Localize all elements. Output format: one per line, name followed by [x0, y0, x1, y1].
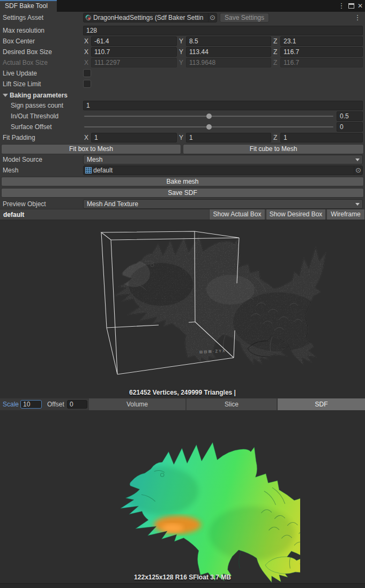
object-picker-icon[interactable]: ⊙	[208, 13, 217, 22]
bake-mesh-button[interactable]: Bake mesh	[1, 177, 364, 186]
box-center-row: Box Center X Y Z	[0, 36, 365, 46]
z-drag-label[interactable]: Z	[273, 36, 277, 46]
baking-parameters-foldout[interactable]: Baking parameters	[0, 91, 365, 100]
desired-box-size-z-input[interactable]	[280, 47, 363, 57]
box-size-gizmo-labels: ⊟ ⊟ ⊞ · Z Y X	[199, 348, 226, 355]
fit-padding-z-input[interactable]	[280, 133, 363, 142]
mesh-object-field[interactable]: default ⊙	[83, 165, 363, 175]
actual-box-size-z-value	[280, 58, 363, 67]
y-drag-label[interactable]: Y	[179, 133, 183, 142]
model-source-dropdown[interactable]: Mesh	[83, 155, 363, 164]
in-out-threshold-label: In/Out Threshold	[11, 111, 58, 121]
lift-size-limit-checkbox[interactable]	[83, 80, 91, 88]
surface-offset-slider[interactable]	[84, 126, 333, 127]
in-out-threshold-input[interactable]	[337, 111, 363, 121]
title-bar: SDF Bake Tool ⋮ ✕	[0, 0, 365, 12]
desired-box-size-label: Desired Box Size	[3, 47, 52, 57]
show-actual-box-button[interactable]: Show Actual Box	[209, 209, 265, 220]
in-out-threshold-row: In/Out Threshold	[0, 111, 365, 121]
surface-offset-input[interactable]	[337, 122, 363, 132]
viewer-tab-slice[interactable]: Slice	[187, 398, 277, 410]
fit-buttons-row: Fit box to Mesh Fit cube to Mesh	[0, 144, 365, 154]
live-update-checkbox[interactable]	[83, 69, 91, 77]
x-drag-label[interactable]: X	[84, 133, 88, 142]
pane-menu-icon[interactable]: ⋮	[354, 12, 361, 24]
slider-thumb[interactable]	[206, 114, 212, 119]
save-sdf-button[interactable]: Save SDF	[1, 188, 364, 198]
surface-offset-row: Surface Offset	[0, 122, 365, 132]
fit-padding-y-input[interactable]	[186, 133, 271, 142]
z-drag-label[interactable]: Z	[273, 47, 277, 57]
preview-toolbar: default Show Actual Box Show Desired Box…	[0, 209, 365, 220]
save-settings-button[interactable]: Save Settings	[220, 13, 269, 22]
chevron-down-icon	[355, 159, 360, 161]
lift-size-limit-label: Lift Size Limit	[3, 79, 41, 89]
foldout-arrow-icon	[3, 94, 8, 97]
viewer-tab-sdf[interactable]: SDF	[278, 398, 365, 410]
y-drag-label[interactable]: Y	[179, 47, 183, 57]
scale-input[interactable]	[20, 400, 42, 409]
fit-padding-x-input[interactable]	[91, 133, 177, 142]
desired-box-size-y-input[interactable]	[186, 47, 271, 57]
preview-object-dropdown[interactable]: Mesh And Texture	[83, 199, 363, 209]
show-desired-box-button[interactable]: Show Desired Box	[266, 209, 326, 220]
settings-asset-field[interactable]: DragonHeadSettings (Sdf Baker Settin ⊙	[83, 13, 217, 22]
x-drag-label[interactable]: X	[84, 36, 88, 46]
mesh-row: Mesh default ⊙	[0, 165, 365, 175]
actual-box-size-x-value	[91, 58, 177, 67]
fit-padding-label: Fit Padding	[3, 133, 35, 142]
y-drag-label[interactable]: Y	[179, 36, 183, 46]
object-picker-icon[interactable]: ⊙	[354, 166, 362, 175]
desired-box-size-row: Desired Box Size X Y Z	[0, 47, 365, 57]
sdf-dragon	[121, 442, 350, 583]
sdf-info-text: 122x125x128 R16 SFloat 3.7 MB	[0, 574, 365, 581]
mesh-stats-text: 621452 Vertices, 249999 Triangles |	[0, 389, 365, 396]
max-resolution-label: Max resolution	[3, 26, 44, 35]
box-center-x-input[interactable]	[91, 36, 177, 46]
window-bottom-edge	[0, 583, 365, 588]
box-center-y-input[interactable]	[186, 36, 271, 46]
desired-box-size-x-input[interactable]	[91, 47, 177, 57]
max-resolution-input[interactable]	[83, 26, 363, 35]
wireframe-button[interactable]: Wireframe	[326, 209, 365, 220]
offset-label: Offset	[47, 398, 64, 410]
x-drag-label[interactable]: X	[84, 47, 88, 57]
slider-thumb[interactable]	[206, 124, 212, 130]
close-icon[interactable]: ✕	[356, 0, 364, 12]
tab-sdf-bake-tool[interactable]: SDF Bake Tool	[0, 0, 57, 12]
box-center-z-input[interactable]	[280, 36, 363, 46]
x-label: X	[84, 58, 88, 67]
baking-parameters-label: Baking parameters	[10, 91, 68, 100]
mesh-preview-viewport[interactable]: ⊟ ⊟ ⊞ · Z Y X 621452 Vertices, 249999 Tr…	[0, 220, 365, 398]
sdf-preview-viewport[interactable]: 122x125x128 R16 SFloat 3.7 MB	[0, 410, 365, 583]
lift-size-limit-row: Lift Size Limit	[0, 79, 365, 89]
preview-object-value: Mesh And Texture	[87, 200, 138, 208]
maximize-icon[interactable]	[347, 0, 356, 12]
z-drag-label[interactable]: Z	[273, 133, 277, 142]
fit-cube-to-mesh-button[interactable]: Fit cube to Mesh	[183, 144, 364, 154]
offset-input[interactable]	[67, 400, 87, 409]
dragon-mesh	[80, 225, 338, 386]
viewer-control-bar: Scale Offset Volume Slice SDF	[0, 398, 365, 410]
preview-object-row: Preview Object Mesh And Texture	[0, 199, 365, 209]
sign-passes-count-row: Sign passes count	[0, 101, 365, 110]
mesh-preview-canvas: ⊟ ⊟ ⊞ · Z Y X	[0, 220, 365, 398]
fit-box-to-mesh-button[interactable]: Fit box to Mesh	[1, 144, 181, 154]
y-label: Y	[179, 58, 183, 67]
sign-passes-count-label: Sign passes count	[11, 101, 63, 110]
actual-box-size-label: Actual Box Size	[3, 58, 48, 67]
settings-asset-label: Settings Asset	[3, 13, 43, 22]
actual-box-size-y-value	[186, 58, 271, 67]
sign-passes-count-input[interactable]	[83, 101, 363, 110]
in-out-threshold-slider[interactable]	[84, 116, 333, 117]
window-menu-icon[interactable]: ⋮	[338, 0, 345, 12]
live-update-row: Live Update	[0, 69, 365, 78]
max-resolution-row: Max resolution	[0, 26, 365, 35]
model-source-value: Mesh	[87, 156, 102, 163]
actual-box-size-row: Actual Box Size X Y Z	[0, 58, 365, 67]
live-update-label: Live Update	[3, 69, 37, 78]
viewer-tab-volume[interactable]: Volume	[89, 398, 185, 410]
sdf-bake-tool-window: SDF Bake Tool ⋮ ✕ Settings Asset DragonH…	[0, 0, 365, 588]
mesh-label: Mesh	[3, 165, 18, 175]
window-title: SDF Bake Tool	[0, 1, 57, 11]
